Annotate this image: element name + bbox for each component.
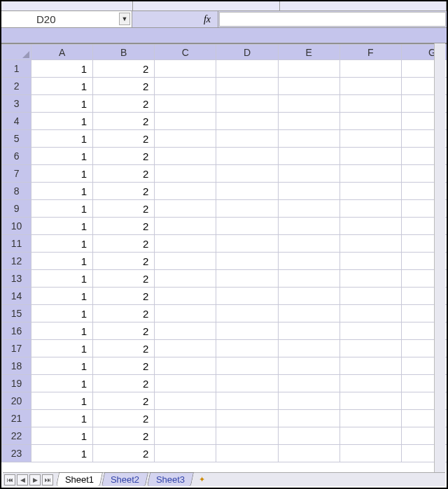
cell-C14[interactable] (155, 288, 216, 305)
cell-C10[interactable] (155, 218, 216, 235)
cell-F3[interactable] (340, 95, 401, 113)
cell-F21[interactable] (340, 410, 401, 427)
cell-D19[interactable] (216, 375, 278, 392)
cell-E15[interactable] (278, 305, 340, 323)
column-header-B[interactable]: B (93, 45, 155, 60)
cell-B22[interactable]: 2 (93, 427, 155, 445)
cell-F5[interactable] (340, 130, 401, 148)
cell-B1[interactable]: 2 (93, 60, 155, 78)
cell-B11[interactable]: 2 (93, 235, 155, 253)
cell-D20[interactable] (216, 392, 278, 410)
cell-C7[interactable] (155, 165, 216, 183)
cell-B7[interactable]: 2 (93, 165, 155, 183)
cell-A17[interactable]: 1 (31, 340, 93, 357)
cell-A5[interactable]: 1 (31, 130, 93, 148)
row-header[interactable]: 17 (2, 340, 31, 357)
cell-F16[interactable] (340, 323, 401, 340)
cell-E23[interactable] (278, 445, 340, 462)
cell-C21[interactable] (155, 410, 216, 427)
cell-D3[interactable] (216, 95, 278, 113)
cell-F4[interactable] (340, 113, 401, 130)
cell-C4[interactable] (155, 113, 216, 130)
cell-C20[interactable] (155, 392, 216, 410)
row-header[interactable]: 22 (2, 427, 31, 445)
row-header[interactable]: 15 (2, 305, 31, 323)
tab-nav-prev[interactable]: ◀ (17, 474, 28, 486)
cell-B14[interactable]: 2 (93, 288, 155, 305)
cell-B6[interactable]: 2 (93, 148, 155, 165)
cell-E1[interactable] (278, 60, 340, 78)
cell-F6[interactable] (340, 148, 401, 165)
row-header[interactable]: 9 (2, 200, 31, 218)
cell-D6[interactable] (216, 148, 278, 165)
cell-D5[interactable] (216, 130, 278, 148)
cell-D22[interactable] (216, 427, 278, 445)
column-header-F[interactable]: F (340, 45, 401, 60)
vertical-scrollbar[interactable] (434, 43, 445, 472)
row-header[interactable]: 8 (2, 183, 31, 200)
cell-E11[interactable] (278, 235, 340, 253)
cell-A10[interactable]: 1 (31, 218, 93, 235)
cell-F19[interactable] (340, 375, 401, 392)
sheet-tab-sheet3[interactable]: Sheet3 (147, 472, 194, 486)
cell-F13[interactable] (340, 270, 401, 288)
cell-E2[interactable] (278, 78, 340, 95)
cell-A11[interactable]: 1 (31, 235, 93, 253)
cell-D16[interactable] (216, 323, 278, 340)
cell-A22[interactable]: 1 (31, 427, 93, 445)
cell-B4[interactable]: 2 (93, 113, 155, 130)
sheet-tab-sheet1[interactable]: Sheet1 (56, 472, 103, 486)
cell-E18[interactable] (278, 357, 340, 375)
cell-A7[interactable]: 1 (31, 165, 93, 183)
cell-F1[interactable] (340, 60, 401, 78)
cell-A2[interactable]: 1 (31, 78, 93, 95)
cell-A19[interactable]: 1 (31, 375, 93, 392)
row-header[interactable]: 10 (2, 218, 31, 235)
cell-C18[interactable] (155, 357, 216, 375)
row-header[interactable]: 13 (2, 270, 31, 288)
cell-A21[interactable]: 1 (31, 410, 93, 427)
column-header-C[interactable]: C (155, 45, 216, 60)
cell-B18[interactable]: 2 (93, 357, 155, 375)
cell-E16[interactable] (278, 323, 340, 340)
cell-D10[interactable] (216, 218, 278, 235)
cell-E6[interactable] (278, 148, 340, 165)
cell-F9[interactable] (340, 200, 401, 218)
name-box-dropdown-icon[interactable]: ▼ (119, 13, 130, 25)
row-header[interactable]: 5 (2, 130, 31, 148)
cell-A4[interactable]: 1 (31, 113, 93, 130)
cell-B3[interactable]: 2 (93, 95, 155, 113)
name-box[interactable]: D20 ▼ (1, 11, 132, 27)
cell-A1[interactable]: 1 (31, 60, 93, 78)
cell-B15[interactable]: 2 (93, 305, 155, 323)
formula-input[interactable] (219, 12, 446, 27)
cell-C15[interactable] (155, 305, 216, 323)
cell-F18[interactable] (340, 357, 401, 375)
cell-B21[interactable]: 2 (93, 410, 155, 427)
tab-nav-first[interactable]: ⏮ (4, 474, 15, 486)
fx-icon[interactable]: fx (204, 14, 211, 25)
cell-C12[interactable] (155, 253, 216, 270)
cell-D2[interactable] (216, 78, 278, 95)
cell-A16[interactable]: 1 (31, 323, 93, 340)
cell-C22[interactable] (155, 427, 216, 445)
row-header[interactable]: 18 (2, 357, 31, 375)
cell-E4[interactable] (278, 113, 340, 130)
cell-B23[interactable]: 2 (93, 445, 155, 462)
row-header[interactable]: 1 (2, 60, 31, 78)
cell-D13[interactable] (216, 270, 278, 288)
cell-C17[interactable] (155, 340, 216, 357)
cell-D4[interactable] (216, 113, 278, 130)
cell-A3[interactable]: 1 (31, 95, 93, 113)
cell-E10[interactable] (278, 218, 340, 235)
cell-D15[interactable] (216, 305, 278, 323)
cell-B16[interactable]: 2 (93, 323, 155, 340)
cell-C13[interactable] (155, 270, 216, 288)
row-header[interactable]: 7 (2, 165, 31, 183)
cell-B20[interactable]: 2 (93, 392, 155, 410)
row-header[interactable]: 6 (2, 148, 31, 165)
cell-E20[interactable] (278, 392, 340, 410)
cell-A8[interactable]: 1 (31, 183, 93, 200)
cell-E21[interactable] (278, 410, 340, 427)
cell-D21[interactable] (216, 410, 278, 427)
